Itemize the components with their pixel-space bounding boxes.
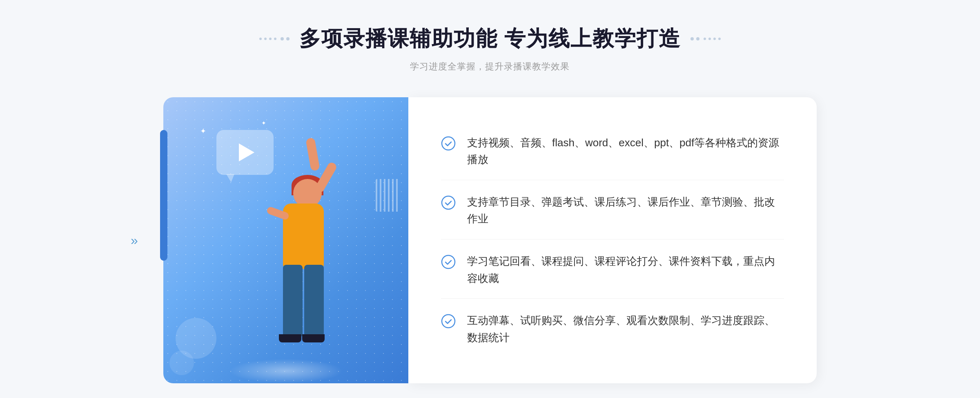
illustration-area: » ✦ ✦ — [163, 97, 408, 383]
sparkle-1: ✦ — [200, 127, 206, 136]
svg-point-3 — [442, 315, 455, 328]
feature-text-1: 支持视频、音频、flash、word、excel、ppt、pdf等各种格式的资源… — [467, 134, 784, 168]
feature-text-4: 互动弹幕、试听购买、微信分享、观看次数限制、学习进度跟踪、数据统计 — [467, 312, 784, 346]
header-section: 多项录播课辅助功能 专为线上教学打造 学习进度全掌握，提升录播课教学效果 — [259, 25, 721, 73]
feature-item-1: 支持视频、音频、flash、word、excel、ppt、pdf等各种格式的资源… — [441, 123, 784, 180]
page-subtitle: 学习进度全掌握，提升录播课教学效果 — [410, 60, 570, 73]
check-icon-1 — [441, 136, 456, 151]
feature-item-4: 互动弹幕、试听购买、微信分享、观看次数限制、学习进度跟踪、数据统计 — [441, 301, 784, 358]
deco-circle-2 — [169, 351, 194, 375]
sparkle-2: ✦ — [261, 120, 266, 126]
glow-circle — [229, 359, 343, 383]
title-dots-right — [690, 37, 721, 40]
feature-text-3: 学习笔记回看、课程提问、课程评论打分、课件资料下载，重点内容收藏 — [467, 253, 784, 287]
feature-item-3: 学习笔记回看、课程提问、课程评论打分、课件资料下载，重点内容收藏 — [441, 241, 784, 299]
svg-point-1 — [442, 196, 455, 209]
play-bubble-inner — [216, 130, 274, 175]
person-pants-right — [304, 265, 324, 338]
feature-text-2: 支持章节目录、弹题考试、课后练习、课后作业、章节测验、批改作业 — [467, 194, 784, 228]
page-wrapper: 多项录播课辅助功能 专为线上教学打造 学习进度全掌握，提升录播课教学效果 » — [0, 0, 980, 398]
side-bar-deco — [160, 130, 167, 261]
svg-point-0 — [442, 137, 455, 150]
person-figure — [240, 171, 354, 383]
title-row: 多项录播课辅助功能 专为线上教学打造 — [259, 25, 721, 53]
features-area: 支持视频、音频、flash、word、excel、ppt、pdf等各种格式的资源… — [408, 97, 817, 383]
svg-point-2 — [442, 255, 455, 268]
person-pants-left — [283, 265, 303, 338]
check-icon-3 — [441, 255, 456, 269]
page-title: 多项录播课辅助功能 专为线上教学打造 — [299, 25, 681, 53]
check-icon-2 — [441, 195, 456, 210]
feature-item-2: 支持章节目录、弹题考试、课后练习、课后作业、章节测验、批改作业 — [441, 182, 784, 239]
play-icon — [239, 143, 254, 161]
check-icon-4 — [441, 314, 456, 329]
title-dots-left — [259, 37, 290, 40]
chevron-left-deco: » — [131, 234, 138, 247]
person-shoe-left — [279, 334, 301, 342]
person-body — [283, 203, 324, 269]
person-shoe-right — [302, 334, 325, 342]
content-area: » ✦ ✦ — [163, 97, 817, 383]
deco-stripes — [376, 179, 400, 212]
